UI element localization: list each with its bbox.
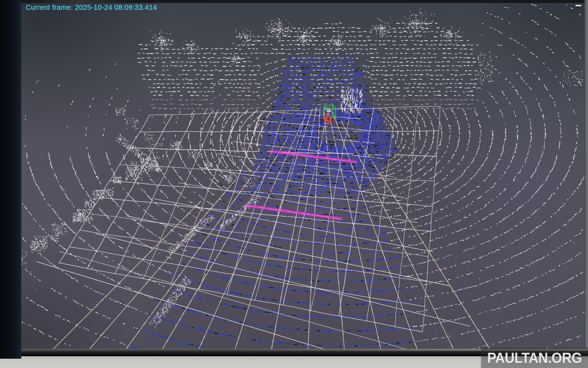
watermark-text: PAULTAN.ORG	[487, 349, 582, 366]
lidar-viewer-screen: Current frame: 2025-10-24 08:09:33.414	[21, 3, 584, 349]
monitor-bezel-left	[0, 0, 21, 359]
monitor-bezel-top	[0, 0, 588, 3]
current-frame-timestamp: Current frame: 2025-10-24 08:09:33.414	[26, 3, 157, 12]
monitor-bezel-right	[584, 0, 588, 356]
minimize-dash-icon[interactable]	[576, 5, 581, 6]
watermark-overlay: PAULTAN.ORG	[481, 348, 588, 368]
pointcloud-canvas[interactable]	[21, 3, 584, 349]
photo-of-monitor: Current frame: 2025-10-24 08:09:33.414 P…	[0, 0, 588, 368]
